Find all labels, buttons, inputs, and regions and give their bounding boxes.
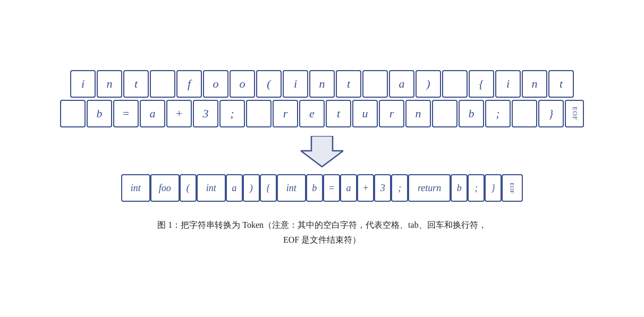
- char-box: {: [469, 70, 494, 98]
- char-box: t: [123, 70, 149, 98]
- token-int-2: int: [197, 174, 226, 202]
- char-box: b: [87, 100, 112, 127]
- caption-line-1: 图 1：把字符串转换为 Token（注意：其中的空白字符，代表空格、tab、回车…: [157, 218, 486, 232]
- char-box: ): [416, 70, 441, 98]
- caption-line-2: EOF 是文件结束符）: [157, 233, 486, 247]
- char-box: u: [352, 100, 378, 127]
- char-box: n: [309, 70, 335, 98]
- diagram-container: i n t f o o ( i n t a ) { i n t b = a + …: [21, 70, 623, 246]
- token-b-2: b: [451, 174, 468, 202]
- char-box: f: [176, 70, 202, 98]
- token-3: 3: [374, 174, 391, 202]
- char-box: b: [459, 100, 484, 127]
- token-lparen: (: [180, 174, 197, 202]
- token-foo: foo: [150, 174, 180, 202]
- char-box: r: [273, 100, 298, 127]
- char-box: t: [548, 70, 574, 98]
- char-box: n: [405, 100, 431, 127]
- token-semi-2: ;: [468, 174, 485, 202]
- token-int-3: int: [277, 174, 306, 202]
- token-eq: =: [323, 174, 340, 202]
- char-box: i: [283, 70, 308, 98]
- char-box: i: [495, 70, 521, 98]
- bottom-token-row: int foo ( int a ) { int b = a + 3 ; retu…: [121, 174, 523, 202]
- char-box: [60, 100, 86, 127]
- char-box: [150, 70, 175, 98]
- token-eof: EOF: [502, 174, 523, 202]
- char-box: i: [70, 70, 96, 98]
- token-a-2: a: [340, 174, 357, 202]
- char-box: [362, 70, 388, 98]
- top-row-2: b = a + 3 ; r e t u r n b ; } EOF: [60, 100, 584, 127]
- char-box: o: [203, 70, 228, 98]
- char-box: t: [336, 70, 361, 98]
- token-return: return: [408, 174, 451, 202]
- caption: 图 1：把字符串转换为 Token（注意：其中的空白字符，代表空格、tab、回车…: [157, 218, 486, 246]
- char-box: r: [379, 100, 404, 127]
- char-box: (: [256, 70, 282, 98]
- char-box: [512, 100, 537, 127]
- char-box: [246, 100, 272, 127]
- eof-char-box: EOF: [565, 100, 584, 127]
- char-box: [432, 100, 457, 127]
- char-box: a: [389, 70, 414, 98]
- char-box: }: [538, 100, 564, 127]
- char-box: n: [97, 70, 122, 98]
- arrow-container: [301, 136, 343, 168]
- char-box: a: [140, 100, 165, 127]
- char-box: e: [299, 100, 325, 127]
- token-lbrace: {: [260, 174, 277, 202]
- token-semi-1: ;: [391, 174, 408, 202]
- top-row-1: i n t f o o ( i n t a ) { i n t: [70, 70, 574, 98]
- token-b-1: b: [306, 174, 323, 202]
- token-plus: +: [357, 174, 374, 202]
- char-box: n: [522, 70, 547, 98]
- char-box: t: [326, 100, 351, 127]
- char-box: +: [166, 100, 192, 127]
- char-box: =: [113, 100, 139, 127]
- char-box: [442, 70, 468, 98]
- token-rparen: ): [243, 174, 260, 202]
- token-a-1: a: [226, 174, 243, 202]
- down-arrow-icon: [301, 136, 343, 168]
- token-rbrace: }: [485, 174, 502, 202]
- token-int-1: int: [121, 174, 150, 202]
- char-box: 3: [193, 100, 218, 127]
- char-box: ;: [485, 100, 511, 127]
- svg-marker-1: [301, 136, 343, 167]
- char-box: o: [230, 70, 255, 98]
- char-box: ;: [219, 100, 245, 127]
